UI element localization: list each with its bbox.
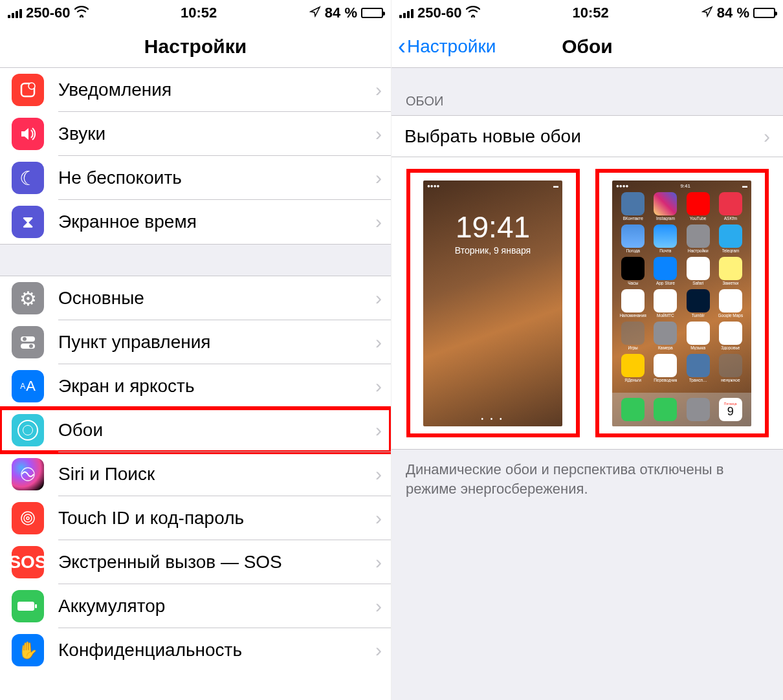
settings-row-label: Основные <box>58 288 375 309</box>
app-icon: YouTube <box>684 192 712 221</box>
svg-point-5 <box>29 344 33 348</box>
hand-icon: ✋ <box>12 634 44 666</box>
back-label: Настройки <box>407 36 496 57</box>
svg-point-3 <box>23 337 27 341</box>
location-icon <box>701 6 713 21</box>
app-icon: ЯДеньги <box>619 354 647 382</box>
svg-point-9 <box>27 517 29 520</box>
lock-screen-preview[interactable]: ●●●●▬ 19:41 Вторник, 9 января • • • <box>406 169 580 437</box>
page-title: Настройки <box>144 36 247 58</box>
app-icon: App Store <box>651 257 679 285</box>
chevron-right-icon: › <box>375 507 382 529</box>
app-icon: Камера <box>651 322 679 350</box>
notification-icon <box>12 74 44 106</box>
clock-label: 10:52 <box>181 5 217 21</box>
settings-row-label: Экстренный вызов — SOS <box>58 552 375 573</box>
wifi-icon <box>466 6 480 21</box>
chevron-right-icon: › <box>375 79 382 101</box>
home-screen-preview[interactable]: ●●●●9:41▬ ВКонтактеInstagramYouTubeASKfm… <box>595 169 769 437</box>
chevron-right-icon: › <box>375 551 382 573</box>
app-icon: Игры <box>619 322 647 350</box>
navbar: ‹ Настройки Обои <box>392 26 783 68</box>
settings-row-general[interactable]: ⚙Основные› <box>0 276 391 320</box>
settings-row-label: Не беспокоить <box>58 168 375 188</box>
chevron-right-icon: › <box>375 331 382 353</box>
chevron-right-icon: › <box>375 463 382 485</box>
settings-row-sounds[interactable]: Звуки› <box>0 112 391 156</box>
settings-row-display[interactable]: AAЭкран и яркость› <box>0 364 391 408</box>
dock-camera-icon <box>687 398 710 421</box>
settings-row-notifications[interactable]: Уведомления› <box>0 68 391 112</box>
settings-row-label: Touch ID и код-пароль <box>58 508 375 529</box>
back-button[interactable]: ‹ Настройки <box>398 35 496 58</box>
svg-point-7 <box>21 512 34 525</box>
wifi-icon <box>74 6 89 21</box>
app-icon: Заметки <box>716 257 745 285</box>
wallpaper-previews: ●●●●▬ 19:41 Вторник, 9 января • • • ●●●●… <box>392 157 783 450</box>
carrier-label: 250-60 <box>26 5 71 21</box>
svg-rect-10 <box>17 602 34 611</box>
app-icon: МойМТС <box>651 289 679 318</box>
settings-row-battery[interactable]: Аккумулятор› <box>0 584 391 628</box>
dock-calendar-icon: Пятница9 <box>719 398 742 421</box>
location-icon <box>309 6 321 21</box>
settings-row-sos[interactable]: SOSЭкстренный вызов — SOS› <box>0 540 391 584</box>
app-icon: Safari <box>684 257 712 285</box>
settings-row-wallpaper[interactable]: Обои› <box>0 408 391 452</box>
fingerprint-icon <box>12 502 44 534</box>
page-title: Обои <box>562 36 613 58</box>
lock-time: 19:41 <box>423 210 562 245</box>
screen-settings: 250-60 10:52 84 % Настройки Уведомления›… <box>0 0 392 700</box>
clock-label: 10:52 <box>573 5 609 21</box>
settings-row-label: Уведомления <box>58 80 375 100</box>
siri-icon <box>12 458 44 490</box>
app-icon: Музыка <box>684 322 712 350</box>
app-icon: Напоминания <box>619 289 647 318</box>
hourglass-icon: ⧗ <box>12 206 44 238</box>
chevron-right-icon: › <box>375 167 382 189</box>
svg-rect-11 <box>35 604 37 608</box>
chevron-left-icon: ‹ <box>398 35 406 58</box>
svg-point-1 <box>28 83 35 89</box>
group-separator <box>0 244 391 276</box>
settings-row-controlcenter[interactable]: Пункт управления› <box>0 320 391 364</box>
dock-messages-icon <box>654 398 677 421</box>
choose-new-wallpaper-row[interactable]: Выбрать новые обои › <box>392 116 783 157</box>
settings-row-touchid[interactable]: Touch ID и код-пароль› <box>0 496 391 540</box>
lock-date: Вторник, 9 января <box>423 245 562 256</box>
screen-wallpaper: 250-60 10:52 84 % ‹ Настройки Обои ОБОИ … <box>392 0 783 700</box>
app-icon: Telegram <box>716 224 745 253</box>
battery-icon <box>753 8 775 18</box>
status-bar: 250-60 10:52 84 % <box>392 0 783 26</box>
settings-group-2: ⚙Основные›Пункт управления›AAЭкран и ярк… <box>0 276 391 672</box>
carrier-label: 250-60 <box>417 5 462 21</box>
chevron-right-icon: › <box>375 419 382 441</box>
settings-row-siri[interactable]: Siri и Поиск› <box>0 452 391 496</box>
settings-row-label: Аккумулятор <box>58 596 375 617</box>
background-filler <box>392 509 783 700</box>
battery-icon <box>361 8 383 18</box>
settings-row-label: Siri и Поиск <box>58 464 375 485</box>
settings-row-privacy[interactable]: ✋Конфиденциальность› <box>0 628 391 672</box>
settings-row-screentime[interactable]: ⧗Экранное время› <box>0 200 391 244</box>
status-bar: 250-60 10:52 84 % <box>0 0 391 26</box>
app-icon: Tumblr <box>684 289 712 318</box>
text-size-icon: AA <box>12 370 44 402</box>
flower-icon <box>12 414 44 446</box>
settings-row-label: Конфиденциальность <box>58 640 375 661</box>
app-icon: ненужное <box>716 354 745 382</box>
battery-pct-label: 84 % <box>717 5 749 21</box>
settings-row-label: Экранное время <box>58 212 375 232</box>
app-icon: Часы <box>619 257 647 285</box>
app-icon: Настройки <box>684 224 712 253</box>
navbar: Настройки <box>0 26 391 68</box>
chevron-right-icon: › <box>375 375 382 397</box>
settings-row-dnd[interactable]: ☾Не беспокоить› <box>0 156 391 200</box>
switches-icon <box>12 326 44 358</box>
app-icon: Почта <box>651 224 679 253</box>
settings-row-label: Экран и яркость <box>58 376 375 397</box>
app-icon: Google Maps <box>716 289 745 318</box>
app-icon: ВКонтакте <box>619 192 647 221</box>
settings-row-label: Пункт управления <box>58 332 375 353</box>
cellular-signal-icon <box>399 8 414 18</box>
